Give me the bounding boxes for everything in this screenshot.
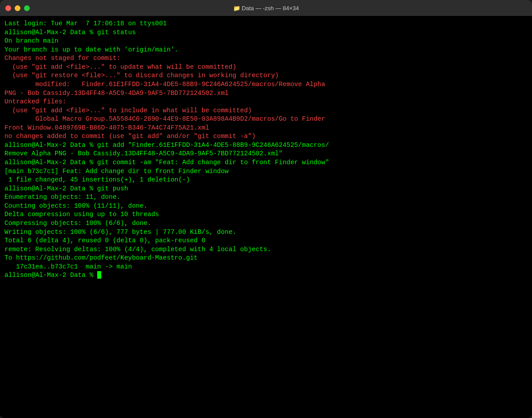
- terminal-line: Changes not staged for commit:: [4, 54, 528, 63]
- window-title: 📁 Data — -zsh — 84×34: [233, 5, 299, 12]
- terminal-line: allison@Al-Max-2 Data % git commit -am "…: [4, 158, 528, 167]
- terminal-line: Remove Alpha PNG - Bob Cassidy.13D4FF48-…: [4, 150, 528, 158]
- terminal-line: Untracked files:: [4, 98, 528, 106]
- traffic-lights: [5, 5, 30, 11]
- terminal-line: Front Window.0489769B-B86D-4075-B346-7A4…: [4, 124, 528, 133]
- terminal-line: To https://github.com/podfeet/Keyboard-M…: [4, 254, 528, 263]
- folder-icon: 📁: [233, 5, 240, 12]
- terminal-line: Your branch is up to date with 'origin/m…: [4, 46, 528, 55]
- terminal-line: Compressing objects: 100% (6/6), done.: [4, 219, 528, 228]
- terminal-line: Total 6 (delta 4), reused 0 (delta 0), p…: [4, 237, 528, 245]
- terminal-window: 📁 Data — -zsh — 84×34 Last login: Tue Ma…: [0, 0, 532, 418]
- terminal-line: (use "git add <file>..." to include in w…: [4, 106, 528, 115]
- terminal-line: Last login: Tue Mar 7 17:06:18 on ttys00…: [4, 20, 528, 28]
- terminal-line: PNG - Bob Cassidy.13D4FF48-A5C9-4DA9-9AF…: [4, 89, 528, 98]
- terminal-line: Global Macro Group.5A5584C0-2890-44E9-8E…: [4, 115, 528, 124]
- terminal-line: 1 file changed, 45 insertions(+), 1 dele…: [4, 176, 528, 185]
- terminal-line: (use "git add <file>..." to update what …: [4, 63, 528, 72]
- terminal-line: Enumerating objects: 11, done.: [4, 193, 528, 202]
- close-button[interactable]: [5, 5, 11, 11]
- terminal-line: 17c31ea..b73c7c1 main -> main: [4, 263, 528, 272]
- terminal-line: On branch main: [4, 37, 528, 46]
- terminal-line: allison@Al-Max-2 Data % git push: [4, 185, 528, 193]
- terminal-line: no changes added to commit (use "git add…: [4, 132, 528, 141]
- terminal-line: Delta compression using up to 10 threads: [4, 210, 528, 219]
- terminal-line: allison@Al-Max-2 Data %: [4, 271, 528, 280]
- terminal-line: Writing objects: 100% (6/6), 777 bytes |…: [4, 228, 528, 237]
- maximize-button[interactable]: [24, 5, 30, 11]
- terminal-line: allison@Al-Max-2 Data % git add "Finder.…: [4, 141, 528, 150]
- terminal-line: allison@Al-Max-2 Data % git status: [4, 28, 528, 37]
- titlebar: 📁 Data — -zsh — 84×34: [0, 0, 532, 16]
- terminal-line: [main b73c7c1] Feat: Add change dir to f…: [4, 167, 528, 176]
- terminal-line: remote: Resolving deltas: 100% (4/4), co…: [4, 245, 528, 254]
- terminal-line: modified: Finder.61E1FFDD-31A4-4DE5-88B9…: [4, 80, 528, 89]
- window-title-text: Data — -zsh — 84×34: [242, 5, 299, 12]
- minimize-button[interactable]: [15, 5, 20, 11]
- terminal-line: (use "git restore <file>..." to discard …: [4, 71, 528, 80]
- terminal-line: Counting objects: 100% (11/11), done.: [4, 202, 528, 211]
- terminal-cursor: [97, 271, 101, 279]
- terminal-body[interactable]: Last login: Tue Mar 7 17:06:18 on ttys00…: [0, 16, 532, 418]
